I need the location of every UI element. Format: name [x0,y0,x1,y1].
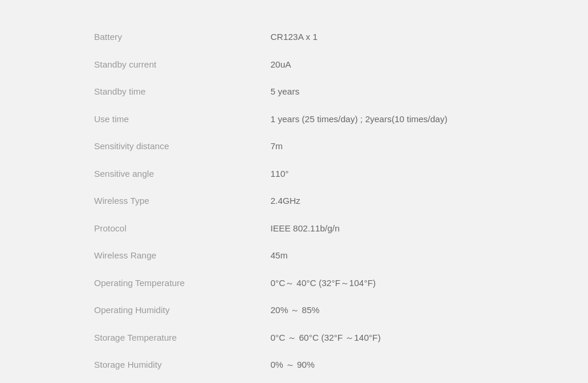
spec-row: Standby current20uA [94,51,494,79]
spec-label: Operating Humidity [94,304,270,317]
spec-row: Sensitivity distance7m [94,133,494,160]
spec-row: BatteryCR123A x 1 [94,23,494,51]
spec-label: Sensitivity distance [94,140,270,153]
spec-value: 7m [270,140,494,153]
spec-row: Operating Humidity20% ～ 85% [94,297,494,324]
spec-label: Use time [94,113,270,126]
spec-value: 20% ～ 85% [270,304,494,317]
spec-value: 20uA [270,58,494,72]
spec-label: Sensitive angle [94,167,270,181]
spec-value: 0°C～ 40°C (32°F～104°F) [270,277,494,290]
spec-row: Sensitive angle110° [94,160,494,188]
spec-value: 1 years (25 times/day) ; 2years(10 times… [270,113,494,126]
spec-row: ProtocolIEEE 802.11b/g/n [94,215,494,243]
spec-row: Operating Temperature0°C～ 40°C (32°F～104… [94,270,494,297]
spec-label: Storage Temperature [94,331,270,345]
spec-label: Protocol [94,222,270,236]
spec-label: Storage Humidity [94,358,270,372]
spec-label: Standby current [94,58,270,72]
spec-value: CR123A x 1 [270,31,494,44]
spec-value: 0% ～ 90% [270,358,494,372]
spec-row: Storage Temperature0°C ～ 60°C (32°F ～140… [94,324,494,352]
specs-container: BatteryCR123A x 1Standby current20uAStan… [0,0,588,383]
spec-value: IEEE 802.11b/g/n [270,222,494,236]
spec-label: Operating Temperature [94,277,270,290]
spec-row: Standby time5 years [94,78,494,106]
spec-value: 2.4GHz [270,194,494,208]
spec-label: Battery [94,31,270,44]
spec-label: Wireless Range [94,249,270,263]
spec-row: Wireless Type2.4GHz [94,187,494,215]
spec-value: 5 years [270,85,494,99]
spec-value: 0°C ～ 60°C (32°F ～140°F) [270,331,494,345]
spec-row: Wireless Range45m [94,242,494,270]
spec-value: 110° [270,167,494,181]
spec-label: Standby time [94,85,270,99]
spec-label: Wireless Type [94,194,270,208]
spec-value: 45m [270,249,494,263]
spec-row: Use time1 years (25 times/day) ; 2years(… [94,106,494,133]
spec-row: Storage Humidity0% ～ 90% [94,351,494,379]
